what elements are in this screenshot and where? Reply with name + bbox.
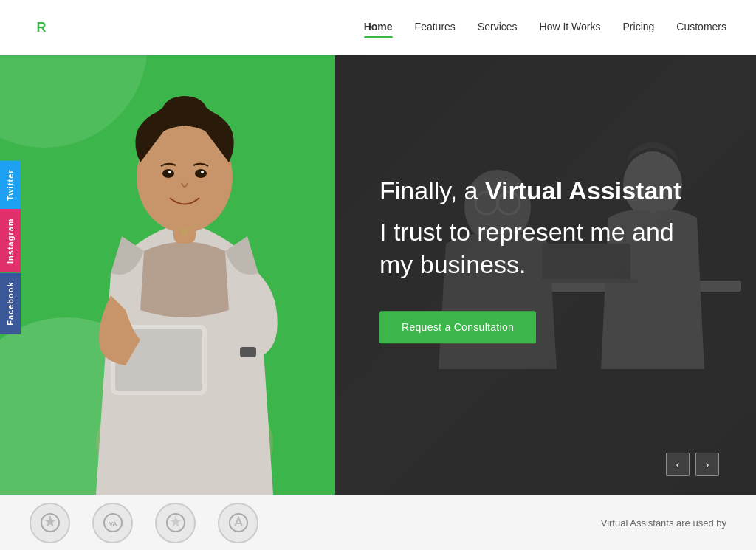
nav-item-services[interactable]: Services <box>478 21 518 35</box>
hero-subtext: I trust to represent me and my business. <box>379 216 712 281</box>
cta-button[interactable]: Request a Consultation <box>379 311 536 343</box>
header: R Revirta Home Features Services How It … <box>0 0 756 55</box>
hero-left-panel <box>0 0 347 495</box>
social-instagram[interactable]: Instagram <box>0 210 21 273</box>
nav-item-home[interactable]: Home <box>364 21 393 35</box>
nav-item-pricing[interactable]: Pricing <box>623 21 655 35</box>
headline-start: Finally, a <box>379 176 485 204</box>
nav-item-features[interactable]: Features <box>415 21 456 35</box>
prev-arrow[interactable]: ‹ <box>666 453 690 476</box>
social-twitter[interactable]: Twitter <box>0 160 21 209</box>
logo-text: Revirta <box>59 18 114 38</box>
svg-point-5 <box>195 169 207 178</box>
svg-point-3 <box>162 96 207 126</box>
slider-arrows: ‹ › <box>666 453 719 476</box>
hero-section: Finally, a Virtual Assistant I trust to … <box>0 0 756 495</box>
hero-right-panel: Finally, a Virtual Assistant I trust to … <box>335 0 756 495</box>
svg-point-7 <box>201 171 204 173</box>
social-facebook[interactable]: Facebook <box>0 272 21 334</box>
logo[interactable]: R Revirta <box>30 16 114 40</box>
badge-1 <box>30 503 70 543</box>
trust-badges: VA <box>30 503 258 543</box>
social-sidebar: Twitter Instagram Facebook <box>0 160 21 334</box>
svg-point-4 <box>162 169 174 178</box>
nav-item-customers[interactable]: Customers <box>676 21 726 35</box>
next-arrow[interactable]: › <box>695 453 719 476</box>
hero-person-image <box>37 15 332 495</box>
trust-text: Virtual Assistants are used by <box>601 518 726 529</box>
hero-content: Finally, a Virtual Assistant I trust to … <box>335 145 756 373</box>
svg-point-8 <box>182 230 188 236</box>
hero-headline: Finally, a Virtual Assistant <box>379 174 712 207</box>
logo-icon: R <box>30 16 53 40</box>
nav-item-how-it-works[interactable]: How It Works <box>540 21 601 35</box>
badge-2: VA <box>92 503 133 543</box>
svg-point-6 <box>168 171 171 173</box>
svg-rect-11 <box>240 347 256 357</box>
svg-text:VA: VA <box>109 520 117 527</box>
headline-bold: Virtual Assistant <box>485 176 681 204</box>
main-nav: Home Features Services How It Works Pric… <box>364 21 726 35</box>
badge-4 <box>218 503 258 543</box>
badge-3 <box>155 503 196 543</box>
logo-letter: R <box>37 20 47 35</box>
bottom-bar: VA Virtual Assistants are used by <box>0 495 756 550</box>
